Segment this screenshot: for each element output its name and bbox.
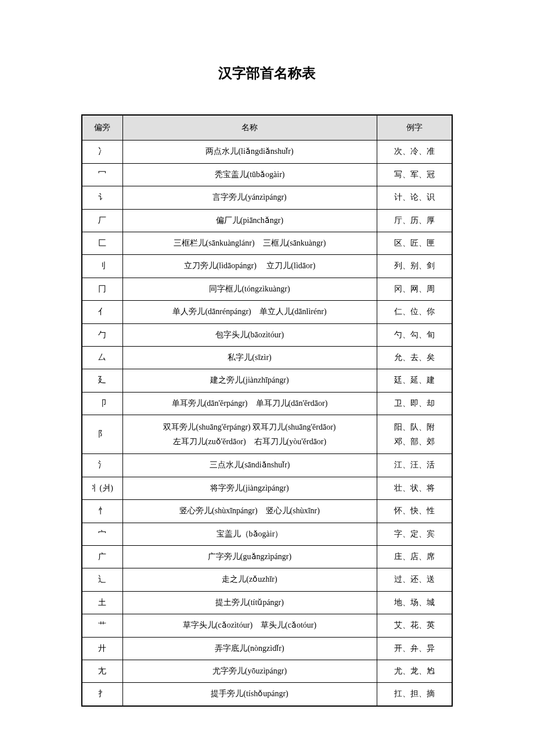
radical-cell: 尢: [82, 660, 122, 682]
table-row: 广广字旁儿(guǎngzìpángr)庄、店、席: [82, 546, 452, 568]
name-cell: 将字旁儿(jiàngzìpángr): [122, 477, 377, 499]
radical-cell: 扌: [82, 683, 122, 706]
example-cell: 壮、状、将: [377, 477, 452, 499]
radical-cell: 土: [82, 591, 122, 614]
radical-cell: 卩: [82, 392, 122, 415]
name-cell: 包字头儿(bāozìtóur): [122, 323, 377, 346]
radical-cell: 冖: [82, 163, 122, 186]
radical-table: 偏旁 名称 例字 冫两点水儿(liǎngdiǎnshuǐr)次、冷、准冖秃宝盖儿…: [81, 114, 453, 707]
radical-cell: 阝: [82, 415, 122, 454]
radical-cell: 勹: [82, 323, 122, 346]
name-cell: 三点水儿(sāndiǎnshuǐr): [122, 454, 377, 477]
example-cell: 地、场、城: [377, 591, 452, 614]
example-cell: 江、汪、活: [377, 454, 452, 477]
example-cell: 庄、店、席: [377, 546, 452, 568]
name-cell: 建之旁儿(jiànzhīpángr): [122, 369, 377, 392]
example-cell: 冈、网、周: [377, 278, 452, 300]
name-cell: 广字旁儿(guǎngzìpángr): [122, 546, 377, 568]
radical-cell: 广: [82, 546, 122, 568]
table-row: 卩单耳旁儿(dān'ěrpángr) 单耳刀儿(dān'ěrdāor)卫、即、却: [82, 392, 452, 415]
name-cell: 提手旁儿(tíshǒupángr): [122, 683, 377, 706]
table-row: 尢尤字旁儿(yōuzìpángr)尤、龙、尥: [82, 660, 452, 682]
radical-cell: 讠: [82, 186, 122, 209]
header-radical: 偏旁: [82, 115, 122, 141]
example-cell: 尤、龙、尥: [377, 660, 452, 682]
table-row: 亻单人旁儿(dānrénpángr) 单立人儿(dānlìrénr)仁、位、你: [82, 301, 452, 323]
example-cell: 写、军、冠: [377, 163, 452, 186]
table-row: 辶走之儿(zǒuzhīr)过、还、送: [82, 568, 452, 591]
table-row: 刂立刀旁儿(lìdāopángr) 立刀儿(lìdāor)列、别、剑: [82, 255, 452, 278]
example-cell: 开、弁、异: [377, 637, 452, 660]
radical-cell: 冂: [82, 278, 122, 300]
table-row: 丬(爿)将字旁儿(jiàngzìpángr)壮、状、将: [82, 477, 452, 499]
name-cell: 言字旁儿(yánzìpángr): [122, 186, 377, 209]
name-cell: 秃宝盖儿(tūbǎogàir): [122, 163, 377, 186]
table-row: 冖秃宝盖儿(tūbǎogàir)写、军、冠: [82, 163, 452, 186]
example-cell: 仁、位、你: [377, 301, 452, 323]
name-cell: 草字头儿(cǎozìtóur) 草头儿(cǎotóur): [122, 614, 377, 637]
example-cell: 字、定、宾: [377, 523, 452, 545]
example-cell: 扛、担、摘: [377, 683, 452, 706]
name-cell: 弄字底儿(nòngzìdǐr): [122, 637, 377, 660]
table-row: 匚三框栏儿(sānkuànglánr) 三框儿(sānkuàngr)区、匠、匣: [82, 232, 452, 254]
name-cell: 宝盖儿（bǎogàir）: [122, 523, 377, 545]
example-cell: 区、匠、匣: [377, 232, 452, 254]
radical-cell: 厂: [82, 209, 122, 232]
header-name: 名称: [122, 115, 377, 141]
radical-cell: 廾: [82, 637, 122, 660]
example-cell: 勺、勾、旬: [377, 323, 452, 346]
table-row: 勹包字头儿(bāozìtóur)勺、勾、旬: [82, 323, 452, 346]
table-row: 冫两点水儿(liǎngdiǎnshuǐr)次、冷、准: [82, 141, 452, 163]
name-cell: 竖心旁儿(shùxīnpángr) 竖心儿(shùxīnr): [122, 500, 377, 523]
example-cell: 阳、队、附邓、部、郊: [377, 415, 452, 454]
name-cell: 单人旁儿(dānrénpángr) 单立人儿(dānlìrénr): [122, 301, 377, 323]
example-cell: 厅、历、厚: [377, 209, 452, 232]
table-row: 宀宝盖儿（bǎogàir）字、定、宾: [82, 523, 452, 545]
example-cell: 怀、快、性: [377, 500, 452, 523]
table-row: 氵三点水儿(sāndiǎnshuǐr)江、汪、活: [82, 454, 452, 477]
radical-cell: 辶: [82, 568, 122, 591]
radical-cell: 厶: [82, 346, 122, 369]
radical-cell: 廴: [82, 369, 122, 392]
radical-cell: 忄: [82, 500, 122, 523]
page-title: 汉字部首名称表: [81, 64, 453, 82]
header-row: 偏旁 名称 例字: [82, 115, 452, 141]
example-cell: 卫、即、却: [377, 392, 452, 415]
radical-cell: 丬(爿): [82, 477, 122, 499]
table-row: 忄竖心旁儿(shùxīnpángr) 竖心儿(shùxīnr)怀、快、性: [82, 500, 452, 523]
radical-cell: 冫: [82, 141, 122, 163]
table-row: 艹草字头儿(cǎozìtóur) 草头儿(cǎotóur)艾、花、英: [82, 614, 452, 637]
table-row: 冂同字框儿(tóngzìkuàngr)冈、网、周: [82, 278, 452, 300]
header-example: 例字: [377, 115, 452, 141]
example-cell: 计、论、识: [377, 186, 452, 209]
table-row: 厂偏厂儿(piānchǎngr)厅、历、厚: [82, 209, 452, 232]
name-cell: 偏厂儿(piānchǎngr): [122, 209, 377, 232]
table-row: 土提土旁儿(títǔpángr)地、场、城: [82, 591, 452, 614]
name-cell: 同字框儿(tóngzìkuàngr): [122, 278, 377, 300]
example-cell: 允、去、矣: [377, 346, 452, 369]
table-row: 讠言字旁儿(yánzìpángr)计、论、识: [82, 186, 452, 209]
example-cell: 廷、延、建: [377, 369, 452, 392]
name-cell: 双耳旁儿(shuāng'ěrpángr) 双耳刀儿(shuāng'ěrdāor)…: [122, 415, 377, 454]
name-cell: 单耳旁儿(dān'ěrpángr) 单耳刀儿(dān'ěrdāor): [122, 392, 377, 415]
radical-cell: 亻: [82, 301, 122, 323]
name-cell: 提土旁儿(títǔpángr): [122, 591, 377, 614]
name-cell: 走之儿(zǒuzhīr): [122, 568, 377, 591]
name-cell: 立刀旁儿(lìdāopángr) 立刀儿(lìdāor): [122, 255, 377, 278]
table-row: 阝双耳旁儿(shuāng'ěrpángr) 双耳刀儿(shuāng'ěrdāor…: [82, 415, 452, 454]
radical-cell: 宀: [82, 523, 122, 545]
name-cell: 私字儿(sīzìr): [122, 346, 377, 369]
name-cell: 两点水儿(liǎngdiǎnshuǐr): [122, 141, 377, 163]
example-cell: 次、冷、准: [377, 141, 452, 163]
table-row: 廾弄字底儿(nòngzìdǐr)开、弁、异: [82, 637, 452, 660]
name-cell: 三框栏儿(sānkuànglánr) 三框儿(sānkuàngr): [122, 232, 377, 254]
table-row: 廴建之旁儿(jiànzhīpángr)廷、延、建: [82, 369, 452, 392]
radical-cell: 刂: [82, 255, 122, 278]
example-cell: 过、还、送: [377, 568, 452, 591]
example-cell: 艾、花、英: [377, 614, 452, 637]
example-cell: 列、别、剑: [377, 255, 452, 278]
radical-cell: 氵: [82, 454, 122, 477]
radical-cell: 匚: [82, 232, 122, 254]
table-row: 厶私字儿(sīzìr)允、去、矣: [82, 346, 452, 369]
name-cell: 尤字旁儿(yōuzìpángr): [122, 660, 377, 682]
